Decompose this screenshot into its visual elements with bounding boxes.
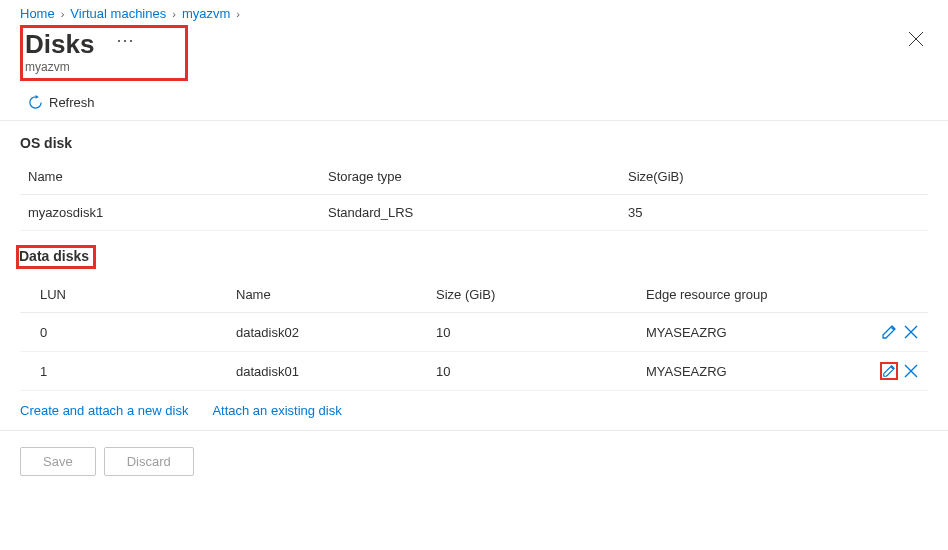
create-disk-link[interactable]: Create and attach a new disk [20, 403, 188, 418]
cell-group: MYASEAZRG [638, 352, 848, 391]
disk-actions-row: Create and attach a new disk Attach an e… [0, 391, 948, 431]
row-actions [856, 323, 920, 341]
cell-storage: Standard_LRS [320, 195, 620, 231]
os-disk-table: Name Storage type Size(GiB) myazosdisk1 … [20, 159, 928, 231]
col-group: Edge resource group [638, 277, 848, 313]
os-disk-section: OS disk Name Storage type Size(GiB) myaz… [0, 121, 948, 231]
table-row: 0 datadisk02 10 MYASEAZRG [20, 313, 928, 352]
attach-disk-link[interactable]: Attach an existing disk [212, 403, 341, 418]
chevron-right-icon: › [236, 8, 240, 20]
refresh-button[interactable]: Refresh [49, 95, 95, 110]
cell-size: 35 [620, 195, 928, 231]
save-button[interactable]: Save [20, 447, 96, 476]
col-name: Name [228, 277, 428, 313]
col-name: Name [20, 159, 320, 195]
col-lun: LUN [20, 277, 228, 313]
breadcrumb-home[interactable]: Home [20, 6, 55, 21]
col-size: Size (GiB) [428, 277, 638, 313]
pencil-icon [882, 363, 896, 379]
close-button[interactable] [908, 31, 924, 52]
edit-button[interactable] [880, 323, 898, 341]
col-storage: Storage type [320, 159, 620, 195]
refresh-icon[interactable] [28, 95, 43, 110]
data-disks-section: Data disks LUN Name Size (GiB) Edge reso… [0, 231, 948, 391]
close-icon [903, 363, 919, 379]
page-subtitle: myazvm [25, 60, 135, 74]
table-row: myazosdisk1 Standard_LRS 35 [20, 195, 928, 231]
pencil-icon [881, 324, 897, 340]
breadcrumb: Home › Virtual machines › myazvm › [0, 0, 948, 25]
row-actions [856, 362, 920, 380]
table-row: 1 datadisk01 10 MYASEAZRG [20, 352, 928, 391]
toolbar: Refresh [0, 89, 948, 121]
page-title: Disks [25, 29, 94, 59]
close-icon [908, 31, 924, 47]
chevron-right-icon: › [172, 8, 176, 20]
page-header: Disks ⋯ myazvm [0, 25, 948, 89]
cell-size: 10 [428, 352, 638, 391]
data-disks-label: Data disks [16, 245, 96, 269]
more-menu[interactable]: ⋯ [116, 30, 135, 50]
delete-button[interactable] [902, 362, 920, 380]
chevron-right-icon: › [61, 8, 65, 20]
cell-name: myazosdisk1 [20, 195, 320, 231]
footer-buttons: Save Discard [0, 431, 948, 492]
cell-group: MYASEAZRG [638, 313, 848, 352]
delete-button[interactable] [902, 323, 920, 341]
os-disk-label: OS disk [20, 135, 72, 151]
data-disks-table: LUN Name Size (GiB) Edge resource group … [20, 277, 928, 391]
cell-size: 10 [428, 313, 638, 352]
discard-button[interactable]: Discard [104, 447, 194, 476]
cell-name: datadisk01 [228, 352, 428, 391]
title-highlight-box: Disks ⋯ myazvm [20, 25, 188, 81]
close-icon [903, 324, 919, 340]
col-size: Size(GiB) [620, 159, 928, 195]
cell-lun: 0 [20, 313, 228, 352]
edit-button-highlighted[interactable] [880, 362, 898, 380]
breadcrumb-vms[interactable]: Virtual machines [70, 6, 166, 21]
cell-lun: 1 [20, 352, 228, 391]
cell-name: datadisk02 [228, 313, 428, 352]
breadcrumb-vm[interactable]: myazvm [182, 6, 230, 21]
